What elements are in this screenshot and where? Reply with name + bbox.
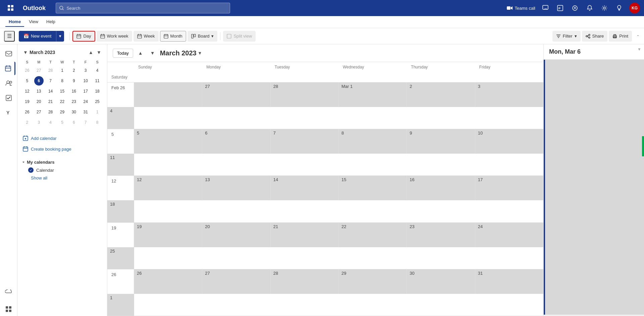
mini-day[interactable]: 10 xyxy=(81,76,90,86)
mini-day[interactable]: 7 xyxy=(81,118,90,127)
cal-day[interactable]: 28 xyxy=(271,269,339,294)
mini-day[interactable]: 19 xyxy=(22,97,32,106)
mini-day[interactable]: 3 xyxy=(81,66,90,75)
mini-day[interactable]: 21 xyxy=(46,97,55,106)
split-view-button[interactable]: Split view xyxy=(223,31,256,42)
cal-day[interactable]: 5 xyxy=(134,129,202,154)
mini-cal-prev[interactable]: ▲ xyxy=(87,48,95,56)
mini-day[interactable]: 4 xyxy=(46,118,55,127)
cal-day[interactable]: 8 xyxy=(339,129,407,154)
cal-day[interactable]: 16 xyxy=(407,176,475,200)
mini-day[interactable]: 2 xyxy=(69,66,78,75)
mini-day[interactable]: 1 xyxy=(57,66,67,75)
mini-day[interactable]: 26 xyxy=(22,107,32,117)
cal-day[interactable]: 3 xyxy=(475,83,543,107)
cal-day[interactable]: 26 xyxy=(134,269,202,294)
mini-day[interactable]: 8 xyxy=(57,76,67,86)
today-button[interactable]: Today xyxy=(113,49,133,58)
new-event-dropdown-button[interactable]: ▾ xyxy=(56,31,64,42)
menu-item-help[interactable]: Help xyxy=(43,17,59,27)
filter-button[interactable]: Filter ▾ xyxy=(552,31,581,42)
cal-day[interactable]: 10 xyxy=(475,129,543,154)
mini-day[interactable]: 7 xyxy=(46,76,55,86)
mini-day[interactable]: 25 xyxy=(93,97,102,106)
next-month-button[interactable]: ▼ xyxy=(148,48,157,58)
cal-day[interactable]: 13 xyxy=(202,176,270,200)
sidebar-icon-people[interactable] xyxy=(2,76,15,90)
show-all-button[interactable]: Show all xyxy=(21,174,103,182)
powerpoint-icon[interactable]: P xyxy=(555,3,565,13)
bell-icon[interactable] xyxy=(585,3,594,13)
cal-day[interactable]: 1 xyxy=(107,294,134,316)
cal-day[interactable]: 14 xyxy=(271,176,339,200)
feedback-icon[interactable] xyxy=(570,3,580,13)
sidebar-icon-onedrive[interactable] xyxy=(2,285,15,299)
search-input[interactable] xyxy=(66,6,226,11)
share-button[interactable]: Share xyxy=(582,31,608,42)
mini-day[interactable]: 28 xyxy=(46,107,55,117)
day-view-button[interactable]: Day xyxy=(72,31,95,42)
mini-day[interactable]: 5 xyxy=(22,76,32,86)
cal-day[interactable]: 24 xyxy=(475,223,543,247)
cal-day[interactable]: 23 xyxy=(407,223,475,247)
mini-day[interactable]: 6 xyxy=(69,118,78,127)
hamburger-button[interactable]: ☰ xyxy=(4,31,15,42)
teams-call-button[interactable]: Teams call xyxy=(507,6,535,11)
month-view-button[interactable]: Month xyxy=(160,31,186,42)
prev-month-button[interactable]: ▲ xyxy=(136,48,145,58)
right-panel-scroll-chevron[interactable]: ▼ xyxy=(637,47,641,52)
print-button[interactable]: Print xyxy=(609,31,632,42)
mini-day[interactable]: 27 xyxy=(34,107,44,117)
mini-day[interactable]: 4 xyxy=(93,66,102,75)
menu-item-home[interactable]: Home xyxy=(5,17,24,27)
chat-icon[interactable] xyxy=(541,3,550,13)
cal-day[interactable]: 19 xyxy=(134,223,202,247)
mini-cal-next[interactable]: ▼ xyxy=(95,48,103,56)
mini-day[interactable]: 28 xyxy=(46,66,55,75)
calendar-check[interactable]: ✓ xyxy=(28,167,34,173)
mini-day[interactable]: 15 xyxy=(57,87,67,96)
cal-day[interactable]: Mar 1 xyxy=(339,83,407,107)
mini-day[interactable]: 2 xyxy=(22,118,32,127)
cal-day[interactable]: 6 xyxy=(202,129,270,154)
mini-day[interactable]: 16 xyxy=(69,87,78,96)
mini-day[interactable]: 29 xyxy=(57,107,67,117)
cal-day[interactable]: 4 xyxy=(107,107,134,129)
cal-day[interactable]: 11 xyxy=(107,154,134,175)
mini-day[interactable]: 17 xyxy=(81,87,90,96)
create-booking-button[interactable]: Create booking page xyxy=(21,144,103,154)
mini-cal-collapse[interactable]: ▼ xyxy=(21,48,30,56)
cal-day[interactable]: 30 xyxy=(407,269,475,294)
sidebar-icon-tasks[interactable] xyxy=(2,91,15,105)
mini-day[interactable]: 27 xyxy=(34,66,44,75)
mini-day[interactable]: 30 xyxy=(69,107,78,117)
sidebar-icon-apps[interactable] xyxy=(2,303,15,316)
cal-day[interactable]: 17 xyxy=(475,176,543,200)
cal-day[interactable]: 27 xyxy=(202,269,270,294)
search-bar[interactable] xyxy=(56,3,230,13)
new-event-button[interactable]: 📅 New event xyxy=(19,31,56,42)
mini-day[interactable]: 9 xyxy=(69,76,78,86)
lightbulb-icon[interactable] xyxy=(614,3,624,13)
settings-icon[interactable] xyxy=(600,3,609,13)
my-calendars-header[interactable]: My calendars xyxy=(21,158,103,166)
cal-day[interactable]: 15 xyxy=(339,176,407,200)
cal-day[interactable] xyxy=(134,83,202,107)
mini-day[interactable]: 20 xyxy=(34,97,44,106)
mini-day[interactable]: 26 xyxy=(22,66,32,75)
cal-day[interactable]: 12 xyxy=(134,176,202,200)
cal-day[interactable]: 20 xyxy=(202,223,270,247)
mini-day[interactable]: 3 xyxy=(34,118,44,127)
mini-day[interactable]: 23 xyxy=(69,97,78,106)
cal-day[interactable]: 29 xyxy=(339,269,407,294)
cal-day[interactable]: 28 xyxy=(271,83,339,107)
mini-day-today[interactable]: 6 xyxy=(34,76,44,86)
mini-day[interactable]: 8 xyxy=(93,118,102,127)
mini-day[interactable]: 11 xyxy=(93,76,102,86)
sidebar-icon-mail[interactable] xyxy=(2,47,15,60)
cal-day[interactable]: 22 xyxy=(339,223,407,247)
mini-day[interactable]: 1 xyxy=(93,107,102,117)
cal-day[interactable]: 2 xyxy=(407,83,475,107)
work-week-view-button[interactable]: Work week xyxy=(97,31,132,42)
sidebar-icon-calendar[interactable] xyxy=(2,62,15,75)
